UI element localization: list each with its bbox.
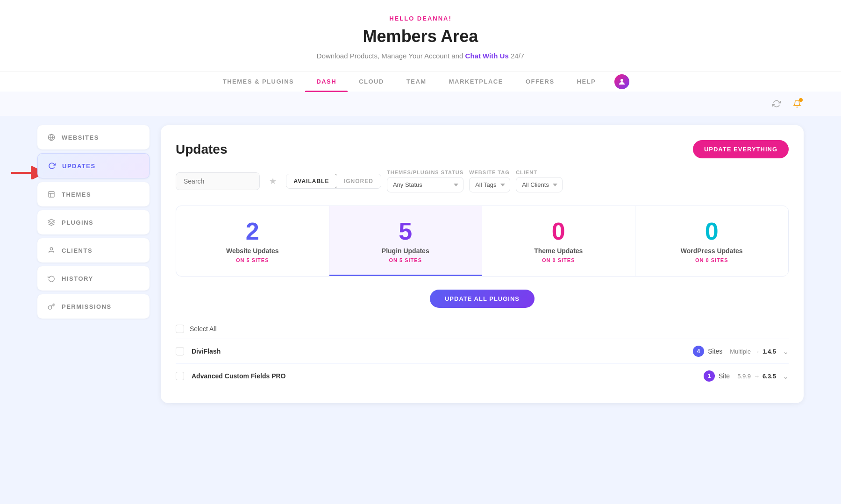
stat-sites-wordpress: ON 0 SITES bbox=[645, 257, 779, 263]
svg-point-0 bbox=[620, 79, 623, 82]
stat-website-updates: 2 Website Updates ON 5 SITES bbox=[176, 206, 329, 276]
diviflash-version: Multiple → 1.4.5 ⌄ bbox=[730, 347, 789, 356]
page-title: Members Area bbox=[0, 27, 841, 46]
progress-section: UPDATE ALL PLUGINS bbox=[176, 290, 789, 308]
notification-dot bbox=[799, 98, 803, 102]
acf-version: 5.9.9 → 6.3.5 ⌄ bbox=[737, 372, 789, 381]
nav-offers[interactable]: OFFERS bbox=[514, 71, 566, 92]
stat-theme-updates: 0 Theme Updates ON 0 SITES bbox=[482, 206, 635, 276]
diviflash-version-from: Multiple bbox=[730, 348, 751, 355]
tab-group: AVAILABLE IGNORED bbox=[286, 174, 381, 189]
stat-sites-websites: ON 5 SITES bbox=[185, 257, 320, 263]
acf-sites: 1 Site bbox=[704, 370, 730, 382]
sidebar-item-clients[interactable]: CLIENTS bbox=[37, 238, 150, 263]
nav-marketplace[interactable]: MARKETPLACE bbox=[438, 71, 514, 92]
sidebar-label-history: HISTORY bbox=[62, 275, 93, 282]
sidebar-label-plugins: PLUGINS bbox=[62, 219, 93, 226]
client-filter-group: CLIENT All Clients bbox=[516, 170, 563, 192]
nav-team[interactable]: TEAM bbox=[395, 71, 438, 92]
tag-filter-group: WEBSITE TAG All Tags bbox=[469, 170, 510, 192]
select-all-row: Select All bbox=[176, 319, 789, 339]
sidebar-label-clients: CLIENTS bbox=[62, 247, 93, 254]
star-filter-button[interactable]: ★ bbox=[265, 174, 280, 189]
svg-point-6 bbox=[50, 248, 52, 250]
sidebar-item-themes[interactable]: THEMES bbox=[37, 182, 150, 206]
arrow-wrapper: WEBSITES UPDATES THEMES PLUGINS bbox=[37, 125, 150, 319]
update-everything-button[interactable]: UPDATE EVERYTHING bbox=[693, 140, 789, 158]
tag-filter-select[interactable]: All Tags bbox=[469, 177, 510, 192]
sidebar-item-plugins[interactable]: PLUGINS bbox=[37, 210, 150, 234]
filters-row: ★ AVAILABLE IGNORED THEMES/PLUGINS STATU… bbox=[176, 170, 789, 192]
permissions-icon bbox=[47, 302, 56, 311]
nav-cloud[interactable]: CLOUD bbox=[348, 71, 395, 92]
sidebar: WEBSITES UPDATES THEMES PLUGINS bbox=[37, 125, 150, 319]
select-all-checkbox[interactable] bbox=[176, 325, 184, 333]
diviflash-checkbox[interactable] bbox=[176, 347, 184, 355]
refresh-icon[interactable] bbox=[770, 97, 783, 110]
sidebar-item-permissions[interactable]: PERMISSIONS bbox=[37, 294, 150, 319]
plugin-list: Select All DiviFlash 4 Sites Multiple → … bbox=[176, 319, 789, 388]
stat-number-websites: 2 bbox=[185, 219, 320, 243]
clients-icon bbox=[47, 246, 56, 255]
stat-wordpress-updates: 0 WordPress Updates ON 0 SITES bbox=[635, 206, 789, 276]
diviflash-arrow: → bbox=[754, 348, 760, 355]
plugin-row-acf: Advanced Custom Fields PRO 1 Site 5.9.9 … bbox=[176, 363, 789, 388]
update-all-plugins-button[interactable]: UPDATE ALL PLUGINS bbox=[430, 290, 535, 308]
select-all-label: Select All bbox=[190, 325, 217, 333]
icons-bar bbox=[0, 92, 841, 116]
stat-plugin-updates: 5 Plugin Updates ON 5 SITES bbox=[329, 206, 483, 276]
sidebar-label-updates: UPDATES bbox=[62, 163, 96, 170]
header: HELLO DEANNA! Members Area Download Prod… bbox=[0, 0, 841, 92]
stat-label-plugins: Plugin Updates bbox=[339, 247, 473, 255]
diviflash-expand-button[interactable]: ⌄ bbox=[783, 347, 789, 356]
content-header: Updates UPDATE EVERYTHING bbox=[176, 140, 789, 158]
diviflash-sites: 4 Sites bbox=[693, 346, 722, 357]
acf-arrow: → bbox=[754, 373, 760, 380]
diviflash-badge: 4 bbox=[693, 346, 704, 357]
svg-rect-5 bbox=[49, 192, 54, 197]
stat-number-themes: 0 bbox=[492, 219, 626, 243]
sidebar-label-websites: WEBSITES bbox=[62, 134, 99, 141]
subtitle-text: Download Products, Manage Your Account a… bbox=[317, 52, 463, 60]
subtitle: Download Products, Manage Your Account a… bbox=[0, 52, 841, 60]
sidebar-item-updates[interactable]: UPDATES bbox=[37, 153, 150, 178]
chat-link[interactable]: Chat With Us bbox=[465, 52, 509, 60]
hello-text: HELLO DEANNA! bbox=[0, 15, 841, 22]
acf-version-to: 6.3.5 bbox=[763, 373, 776, 380]
stats-grid: 2 Website Updates ON 5 SITES 5 Plugin Up… bbox=[176, 206, 789, 277]
search-input[interactable] bbox=[176, 172, 260, 190]
client-filter-select[interactable]: All Clients bbox=[516, 177, 563, 192]
stat-number-wordpress: 0 bbox=[645, 219, 779, 243]
subtitle-suffix: 24/7 bbox=[511, 52, 524, 60]
status-filter-label: THEMES/PLUGINS STATUS bbox=[387, 170, 463, 175]
nav-dash[interactable]: DASH bbox=[305, 71, 348, 92]
plugins-icon bbox=[47, 218, 56, 227]
acf-checkbox[interactable] bbox=[176, 372, 184, 380]
history-icon bbox=[47, 274, 56, 283]
acf-sites-label: Site bbox=[719, 372, 730, 380]
themes-icon bbox=[47, 190, 56, 199]
stat-sites-plugins: ON 5 SITES bbox=[339, 257, 473, 263]
stat-label-themes: Theme Updates bbox=[492, 247, 626, 255]
client-filter-label: CLIENT bbox=[516, 170, 563, 175]
sidebar-item-websites[interactable]: WEBSITES bbox=[37, 125, 150, 149]
sidebar-item-history[interactable]: HISTORY bbox=[37, 266, 150, 291]
diviflash-version-to: 1.4.5 bbox=[763, 348, 776, 355]
status-filter-select[interactable]: Any Status bbox=[387, 177, 463, 192]
globe-icon bbox=[47, 133, 56, 142]
nav-help[interactable]: HELP bbox=[566, 71, 607, 92]
tab-available[interactable]: AVAILABLE bbox=[286, 174, 337, 189]
acf-expand-button[interactable]: ⌄ bbox=[783, 372, 789, 381]
acf-name: Advanced Custom Fields PRO bbox=[192, 372, 696, 380]
main-nav: THEMES & PLUGINS DASH CLOUD TEAM MARKETP… bbox=[0, 71, 841, 92]
user-avatar[interactable] bbox=[614, 74, 629, 89]
stat-label-wordpress: WordPress Updates bbox=[645, 247, 779, 255]
content-area: Updates UPDATE EVERYTHING ★ AVAILABLE IG… bbox=[161, 125, 804, 403]
plugin-row-diviflash: DiviFlash 4 Sites Multiple → 1.4.5 ⌄ bbox=[176, 339, 789, 363]
diviflash-sites-label: Sites bbox=[708, 348, 722, 355]
notification-icon[interactable] bbox=[791, 97, 804, 110]
stat-sites-themes: ON 0 SITES bbox=[492, 257, 626, 263]
main-layout: WEBSITES UPDATES THEMES PLUGINS bbox=[0, 116, 841, 412]
tab-ignored[interactable]: IGNORED bbox=[336, 174, 381, 188]
nav-themes-plugins[interactable]: THEMES & PLUGINS bbox=[212, 71, 306, 92]
